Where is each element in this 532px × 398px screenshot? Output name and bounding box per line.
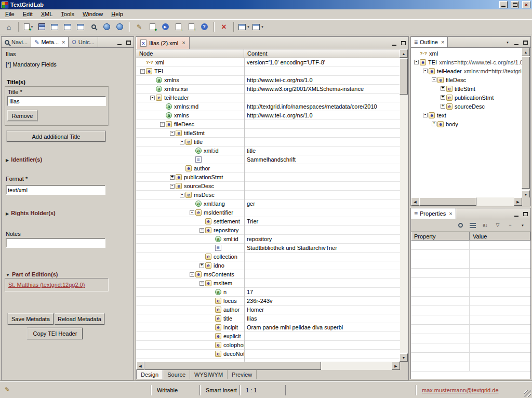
notes-input[interactable] [6, 238, 105, 248]
edition-link[interactable]: St. Matthias (textgrid:12qg2.0) [8, 282, 85, 288]
add-title-button[interactable]: Add additional Title [7, 131, 105, 142]
property-row[interactable] [411, 362, 530, 372]
menu-tools[interactable]: Tools [57, 10, 78, 19]
mode-tab-design[interactable]: Design [136, 370, 163, 379]
view-menu-button[interactable]: ▼ [518, 221, 527, 230]
xml-tree-row[interactable]: axmlnshttp://www.tei-c.org/ns/1.0 [136, 76, 400, 85]
scroll-left-icon[interactable]: ◀ [136, 362, 144, 370]
user-account-link[interactable]: max.mustermann@textgrid.de [422, 387, 499, 393]
reset-view-button[interactable] [75, 21, 86, 33]
xml-tree-row[interactable]: -emsIdentifier [136, 208, 400, 217]
horizontal-scroll-thumb[interactable] [144, 362, 321, 370]
maximize-editor-button[interactable] [399, 39, 407, 47]
mode-tab-wysiwym[interactable]: WYSIWYM [190, 370, 228, 379]
expand-icon[interactable]: + [170, 175, 175, 180]
annotate-button[interactable]: ▼ [238, 21, 250, 33]
outline-tree-row[interactable]: +epublicationStmt [411, 93, 522, 102]
editor-tab[interactable]: X Ilias (2).xml × [136, 37, 190, 49]
close-properties-tab-icon[interactable]: × [449, 211, 452, 217]
xml-tree-row[interactable]: -etitleStmt [136, 129, 400, 138]
property-row[interactable] [411, 269, 530, 278]
collapse-icon[interactable]: - [150, 96, 155, 100]
format-input[interactable] [6, 185, 105, 195]
help-button[interactable]: ? [198, 21, 210, 33]
identifiers-section-header[interactable]: ▶Identifier(s) [6, 156, 42, 163]
collapse-icon[interactable]: - [432, 77, 436, 82]
collapse-icon[interactable]: - [160, 122, 165, 127]
property-row[interactable] [411, 343, 530, 353]
expand-icon[interactable]: + [432, 122, 436, 126]
value-column-header[interactable]: Value [470, 232, 530, 241]
link-objects-button[interactable] [114, 21, 125, 33]
collapse-icon[interactable]: - [140, 69, 145, 74]
xml-tree-row[interactable]: +eidno [136, 261, 400, 270]
window-minimize-button[interactable] [499, 1, 508, 8]
tab-metadata[interactable]: ✎Meta...× [31, 37, 69, 47]
xml-tree-row[interactable]: ecolophon [136, 341, 400, 350]
node-column-header[interactable]: Node [136, 49, 244, 58]
property-row[interactable] [411, 325, 530, 334]
xml-tree-row[interactable]: eexplicit [136, 332, 400, 341]
xml-tree-row[interactable]: -efileDesc [136, 120, 400, 129]
xml-tree-row[interactable]: eincipitOram pande mihi pelidae diva sup… [136, 323, 400, 332]
column-divider[interactable] [244, 58, 245, 362]
scroll-up-icon[interactable]: ▲ [522, 48, 530, 56]
collapse-icon[interactable]: - [170, 131, 175, 136]
edition-section-header[interactable]: ▼Part of Edition(s) [6, 271, 58, 277]
expand-icon[interactable]: + [441, 86, 445, 91]
property-column-header[interactable]: Property [411, 232, 470, 241]
scroll-left-icon[interactable]: ◀ [411, 197, 419, 206]
content-column-header[interactable]: Content [244, 49, 400, 58]
maximize-view-button[interactable] [124, 38, 132, 46]
dropdown-arrow-icon[interactable]: ▼ [261, 25, 264, 29]
show-categories-button[interactable] [468, 221, 477, 230]
home-button[interactable]: ⌂ [3, 21, 15, 33]
xml-tree-row[interactable]: ≡Sammelhandschrift [136, 155, 400, 164]
window-close-button[interactable]: × [522, 1, 530, 8]
scroll-right-icon[interactable]: ▶ [392, 362, 400, 370]
xml-tree-row[interactable]: +epublicationStmt [136, 173, 400, 182]
outline-tree-row[interactable]: -etext [411, 111, 522, 120]
property-row[interactable] [411, 278, 530, 287]
scroll-right-icon[interactable]: ▶ [514, 197, 522, 206]
save-button[interactable] [36, 21, 47, 33]
maximize-view-button[interactable] [521, 210, 529, 218]
xml-tree-row[interactable]: -etitle [136, 138, 400, 147]
property-row[interactable] [411, 306, 530, 315]
outline-tree-row[interactable]: +etitleStmt [411, 84, 522, 93]
reload-metadata-button[interactable]: Reload Metadata [55, 313, 104, 325]
outline-horizontal-scrollbar[interactable]: ◀ ▶ [411, 197, 522, 206]
xml-tree-row[interactable]: edecoNote [136, 350, 400, 359]
outline-vertical-scrollbar[interactable]: ▲ ▼ [522, 48, 530, 198]
xml-tree-row[interactable]: eauthorHomer [136, 306, 400, 314]
outline-tree-row[interactable]: -efileDesc [411, 75, 522, 84]
minimize-view-button[interactable] [512, 38, 521, 46]
collapse-icon[interactable]: - [180, 140, 184, 144]
close-outline-tab-icon[interactable]: × [441, 39, 444, 45]
menu-window[interactable]: Window [78, 10, 107, 19]
xml-tree-row[interactable]: -emsDesc [136, 191, 400, 200]
open-editor-button[interactable] [49, 21, 60, 33]
xml-tree-row[interactable]: -emsItem [136, 279, 400, 288]
minimize-view-button[interactable] [512, 210, 521, 218]
xml-tree-row[interactable]: axmlns:mdhttp://textgrid.info/namespaces… [136, 102, 400, 111]
sort-button[interactable]: a↓ [481, 221, 490, 230]
xml-tree-row[interactable]: etitleIlias [136, 314, 400, 323]
vertical-scroll-thumb[interactable] [522, 57, 530, 189]
rights-section-header[interactable]: ▶Rights Holder(s) [6, 210, 56, 216]
xml-tree-row[interactable]: axmlnshttp://www.tei-c.org/ns/1.0 [136, 111, 400, 120]
xml-tree-row[interactable]: esettlementTrier [136, 217, 400, 226]
collapse-icon[interactable]: - [190, 272, 194, 277]
import-button[interactable]: ↓ [172, 21, 184, 33]
xml-tree-row[interactable]: -emsContents [136, 270, 400, 279]
property-row[interactable] [411, 259, 530, 269]
close-editor-tab-icon[interactable]: × [182, 40, 185, 46]
expand-icon[interactable]: + [441, 95, 445, 100]
xml-tree-row[interactable]: ecollection [136, 253, 400, 261]
window-resize-grip[interactable] [524, 390, 531, 397]
property-row[interactable] [411, 334, 530, 343]
mode-tab-preview[interactable]: Preview [228, 370, 257, 379]
search-button[interactable]: ● [147, 21, 158, 33]
outline-tree-row[interactable]: +ebody [411, 120, 522, 128]
tab-properties[interactable]: ≡ Properties × [411, 208, 456, 219]
